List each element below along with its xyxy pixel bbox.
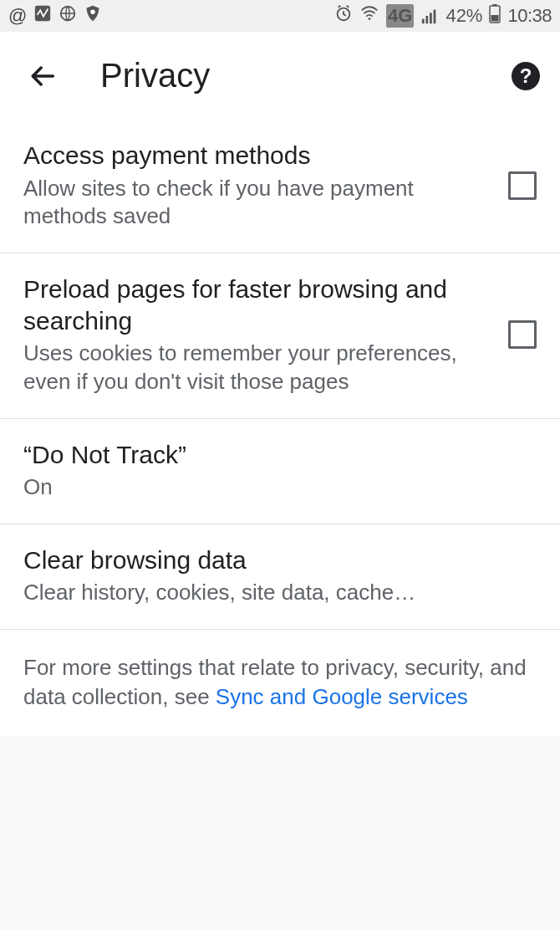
setting-subtitle: Clear history, cookies, site data, cache… (23, 579, 523, 607)
help-button[interactable]: ? (512, 62, 540, 90)
svg-rect-10 (493, 4, 497, 6)
svg-point-2 (91, 9, 96, 14)
setting-title: Preload pages for faster browsing and se… (23, 273, 495, 336)
page-title: Privacy (100, 57, 512, 95)
battery-icon (489, 3, 501, 28)
at-icon: @ (8, 5, 27, 27)
setting-title: “Do Not Track” (23, 439, 523, 471)
svg-rect-5 (422, 19, 425, 23)
svg-rect-11 (491, 15, 499, 22)
setting-clear-browsing-data[interactable]: Clear browsing data Clear history, cooki… (0, 524, 560, 630)
globe-icon (59, 4, 77, 28)
status-bar: @ 4G 42% 10:38 (0, 0, 560, 32)
svg-rect-6 (426, 16, 429, 23)
setting-preload-pages[interactable]: Preload pages for faster browsing and se… (0, 253, 560, 419)
help-icon: ? (520, 64, 532, 88)
footer-note: For more settings that relate to privacy… (0, 630, 560, 735)
battery-percent: 42% (445, 5, 482, 27)
back-button[interactable] (27, 59, 60, 93)
setting-title: Access payment methods (23, 140, 495, 171)
sync-services-link[interactable]: Sync and Google services (216, 684, 468, 709)
setting-subtitle: On (23, 473, 523, 502)
alarm-icon (334, 4, 353, 28)
wifi-icon (359, 4, 379, 28)
status-left-icons: @ (8, 4, 102, 28)
svg-rect-7 (430, 13, 432, 23)
arrow-left-icon (29, 62, 58, 90)
network-badge: 4G (386, 4, 414, 28)
svg-rect-8 (434, 10, 436, 24)
setting-text: Access payment methods Allow sites to ch… (23, 140, 508, 231)
setting-subtitle: Uses cookies to remember your preference… (23, 340, 495, 396)
checkbox[interactable] (508, 171, 537, 200)
shield-icon (84, 4, 102, 28)
status-right-icons: 4G 42% 10:38 (334, 3, 552, 28)
setting-text: “Do Not Track” On (23, 439, 537, 502)
setting-text: Preload pages for faster browsing and se… (23, 273, 508, 396)
setting-title: Clear browsing data (23, 544, 523, 576)
setting-access-payment-methods[interactable]: Access payment methods Allow sites to ch… (0, 120, 560, 253)
clock: 10:38 (507, 5, 552, 27)
signal-icon (420, 7, 439, 25)
setting-do-not-track[interactable]: “Do Not Track” On (0, 419, 560, 524)
checkbox[interactable] (508, 320, 537, 349)
setting-subtitle: Allow sites to check if you have payment… (23, 175, 495, 232)
svg-point-4 (369, 18, 371, 20)
app-bar: Privacy ? (0, 32, 560, 120)
settings-list: Access payment methods Allow sites to ch… (0, 120, 560, 630)
setting-text: Clear browsing data Clear history, cooki… (23, 544, 537, 607)
activity-icon (33, 4, 52, 28)
